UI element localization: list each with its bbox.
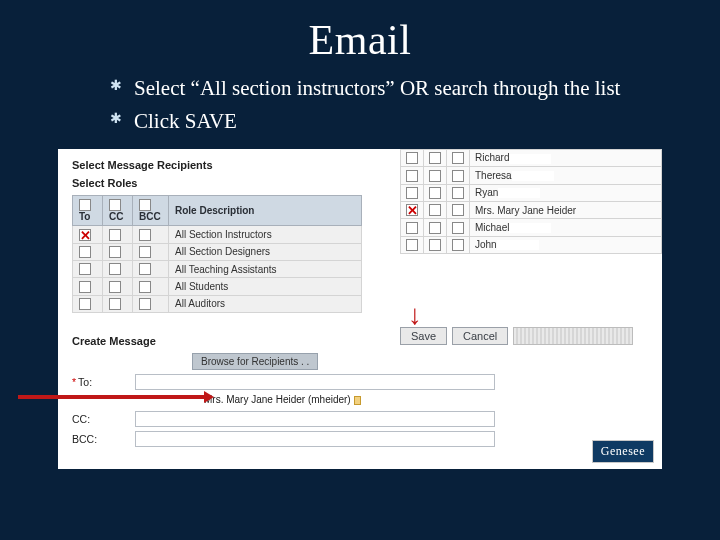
role-desc: All Students bbox=[169, 278, 362, 295]
genesee-logo: Genesee bbox=[592, 440, 654, 463]
to-checkbox[interactable] bbox=[79, 263, 91, 275]
person-name: John bbox=[475, 239, 497, 250]
to-checkbox[interactable] bbox=[406, 187, 418, 199]
role-desc: All Section Designers bbox=[169, 243, 362, 260]
to-checkbox[interactable] bbox=[79, 298, 91, 310]
table-row: Richard bbox=[401, 149, 662, 166]
bcc-checkbox[interactable] bbox=[452, 170, 464, 182]
people-table: Richard Theresa Ryan Mrs. Mary Jane Heid… bbox=[400, 149, 662, 254]
people-column: Richard Theresa Ryan Mrs. Mary Jane Heid… bbox=[400, 149, 662, 254]
table-row: All Teaching Assistants bbox=[73, 260, 362, 277]
col-role-desc: Role Description bbox=[169, 195, 362, 225]
cc-checkbox[interactable] bbox=[109, 229, 121, 241]
col-bcc: BCC bbox=[139, 211, 161, 222]
to-checkbox[interactable] bbox=[406, 170, 418, 182]
person-name: Mrs. Mary Jane Heider bbox=[475, 205, 576, 216]
cc-checkbox[interactable] bbox=[109, 298, 121, 310]
col-cc: CC bbox=[109, 211, 123, 222]
role-desc: All Auditors bbox=[169, 295, 362, 312]
to-checkbox[interactable] bbox=[79, 246, 91, 258]
cc-checkbox[interactable] bbox=[429, 152, 441, 164]
checkbox-icon[interactable] bbox=[139, 199, 151, 211]
table-row: Michael bbox=[401, 219, 662, 236]
browse-recipients-button[interactable]: Browse for Recipients . . bbox=[192, 353, 318, 370]
select-recipients-heading: Select Message Recipients bbox=[72, 159, 362, 171]
bcc-checkbox[interactable] bbox=[452, 187, 464, 199]
table-row: Mrs. Mary Jane Heider bbox=[401, 201, 662, 218]
cc-input[interactable] bbox=[135, 411, 495, 427]
bcc-checkbox[interactable] bbox=[452, 204, 464, 216]
recipient-manage-icon[interactable] bbox=[354, 396, 361, 405]
person-name: Richard bbox=[475, 152, 509, 163]
table-row: All Students bbox=[73, 278, 362, 295]
cc-checkbox[interactable] bbox=[429, 204, 441, 216]
checkbox-icon[interactable] bbox=[79, 199, 91, 211]
highlight-arrow-icon bbox=[18, 395, 208, 399]
cc-checkbox[interactable] bbox=[109, 246, 121, 258]
cc-checkbox[interactable] bbox=[429, 187, 441, 199]
cc-checkbox[interactable] bbox=[109, 263, 121, 275]
to-checkbox[interactable] bbox=[406, 152, 418, 164]
roles-column: Select Message Recipients Select Roles T… bbox=[72, 159, 362, 325]
bcc-checkbox[interactable] bbox=[452, 222, 464, 234]
person-name: Ryan bbox=[475, 187, 498, 198]
to-checkbox[interactable] bbox=[406, 222, 418, 234]
to-recipient-value: Mrs. Mary Jane Heider (mheider) bbox=[204, 394, 652, 405]
bcc-checkbox[interactable] bbox=[139, 263, 151, 275]
create-message-heading: Create Message bbox=[72, 335, 652, 347]
bcc-input[interactable] bbox=[135, 431, 495, 447]
person-name: Theresa bbox=[475, 170, 512, 181]
cc-checkbox[interactable] bbox=[429, 170, 441, 182]
bullet-list: Select “All section instructors” OR sear… bbox=[110, 74, 640, 137]
roles-table: To CC BCC Role Description All Section I… bbox=[72, 195, 362, 313]
select-roles-heading: Select Roles bbox=[72, 177, 362, 189]
slide-title: Email bbox=[0, 0, 720, 64]
to-checkbox[interactable] bbox=[406, 239, 418, 251]
role-desc: All Section Instructors bbox=[169, 226, 362, 243]
cc-checkbox[interactable] bbox=[429, 239, 441, 251]
to-checkbox[interactable] bbox=[406, 204, 418, 216]
person-name: Michael bbox=[475, 222, 509, 233]
col-to: To bbox=[79, 211, 90, 222]
email-panel: Select Message Recipients Select Roles T… bbox=[58, 149, 662, 469]
table-row: John bbox=[401, 236, 662, 253]
table-row: All Auditors bbox=[73, 295, 362, 312]
to-input[interactable] bbox=[135, 374, 495, 390]
cc-checkbox[interactable] bbox=[109, 281, 121, 293]
roles-header-row: To CC BCC Role Description bbox=[73, 195, 362, 225]
cc-label: CC: bbox=[72, 413, 132, 425]
checkbox-icon[interactable] bbox=[109, 199, 121, 211]
bcc-checkbox[interactable] bbox=[139, 229, 151, 241]
bullet-item: Click SAVE bbox=[110, 107, 640, 136]
cc-checkbox[interactable] bbox=[429, 222, 441, 234]
to-checkbox[interactable] bbox=[79, 229, 91, 241]
to-checkbox[interactable] bbox=[79, 281, 91, 293]
bcc-label: BCC: bbox=[72, 433, 132, 445]
table-row: All Section Designers bbox=[73, 243, 362, 260]
create-message-section: Create Message Browse for Recipients . .… bbox=[72, 335, 652, 447]
bcc-checkbox[interactable] bbox=[139, 246, 151, 258]
table-row: Theresa bbox=[401, 167, 662, 184]
down-arrow-icon: ↓ bbox=[408, 301, 422, 329]
role-desc: All Teaching Assistants bbox=[169, 260, 362, 277]
bcc-checkbox[interactable] bbox=[139, 298, 151, 310]
table-row: All Section Instructors bbox=[73, 226, 362, 243]
bcc-checkbox[interactable] bbox=[452, 239, 464, 251]
bullet-item: Select “All section instructors” OR sear… bbox=[110, 74, 640, 103]
bcc-checkbox[interactable] bbox=[452, 152, 464, 164]
to-label: To: bbox=[72, 376, 132, 388]
table-row: Ryan bbox=[401, 184, 662, 201]
bcc-checkbox[interactable] bbox=[139, 281, 151, 293]
